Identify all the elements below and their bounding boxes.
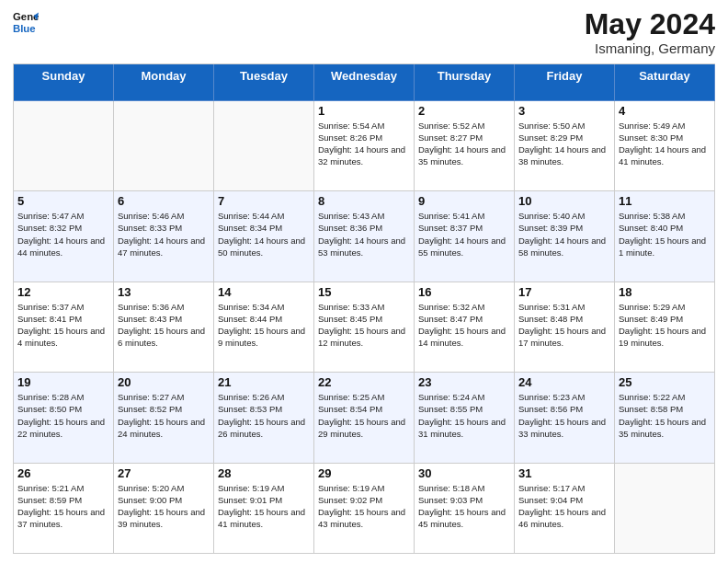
day-cell-22: 22Sunrise: 5:25 AM Sunset: 8:54 PM Dayli… (314, 373, 415, 464)
cell-info: Sunrise: 5:49 AM Sunset: 8:30 PM Dayligh… (619, 120, 711, 168)
cal-grid: SundayMondayTuesdayWednesdayThursdayFrid… (13, 63, 715, 554)
cell-info: Sunrise: 5:22 AM Sunset: 8:58 PM Dayligh… (619, 391, 711, 440)
cell-date: 23 (418, 375, 510, 389)
cell-date: 20 (118, 375, 210, 389)
day-header-wednesday: Wednesday (314, 64, 415, 101)
day-cell-15: 15Sunrise: 5:33 AM Sunset: 8:45 PM Dayli… (314, 282, 415, 373)
day-cell-5: 5Sunrise: 5:47 AM Sunset: 8:32 PM Daylig… (14, 191, 114, 282)
month-title: May 2024 (585, 9, 715, 39)
cell-info: Sunrise: 5:26 AM Sunset: 8:53 PM Dayligh… (218, 391, 310, 440)
day-cell-27: 27Sunrise: 5:20 AM Sunset: 9:00 PM Dayli… (114, 464, 214, 555)
day-cell-10: 10Sunrise: 5:40 AM Sunset: 8:39 PM Dayli… (515, 191, 615, 282)
day-cell-20: 20Sunrise: 5:27 AM Sunset: 8:52 PM Dayli… (114, 373, 214, 464)
cell-date: 8 (318, 194, 410, 208)
day-cell-9: 9Sunrise: 5:41 AM Sunset: 8:37 PM Daylig… (415, 191, 515, 282)
cell-info: Sunrise: 5:19 AM Sunset: 9:01 PM Dayligh… (218, 482, 310, 531)
logo-icon: General Blue (13, 9, 39, 35)
cell-date: 9 (418, 194, 510, 208)
day-cell-30: 30Sunrise: 5:18 AM Sunset: 9:03 PM Dayli… (415, 464, 515, 555)
day-cell-3: 3Sunrise: 5:50 AM Sunset: 8:29 PM Daylig… (515, 101, 615, 192)
day-cell-25: 25Sunrise: 5:22 AM Sunset: 8:58 PM Dayli… (615, 373, 715, 464)
cell-date: 5 (17, 194, 109, 208)
cell-info: Sunrise: 5:43 AM Sunset: 8:36 PM Dayligh… (318, 210, 410, 259)
cell-date: 3 (518, 104, 610, 118)
cell-date: 31 (518, 466, 610, 480)
cell-date: 14 (218, 285, 310, 299)
day-header-saturday: Saturday (615, 64, 715, 101)
cell-info: Sunrise: 5:41 AM Sunset: 8:37 PM Dayligh… (418, 210, 510, 259)
day-cell-21: 21Sunrise: 5:26 AM Sunset: 8:53 PM Dayli… (214, 373, 314, 464)
cell-date: 4 (619, 104, 711, 118)
cell-info: Sunrise: 5:17 AM Sunset: 9:04 PM Dayligh… (518, 482, 610, 531)
day-cell-13: 13Sunrise: 5:36 AM Sunset: 8:43 PM Dayli… (114, 282, 214, 373)
day-cell-6: 6Sunrise: 5:46 AM Sunset: 8:33 PM Daylig… (114, 191, 214, 282)
cell-date: 18 (619, 285, 711, 299)
day-cell-12: 12Sunrise: 5:37 AM Sunset: 8:41 PM Dayli… (14, 282, 114, 373)
cell-date: 12 (17, 285, 109, 299)
cell-info: Sunrise: 5:31 AM Sunset: 8:48 PM Dayligh… (518, 301, 610, 350)
cell-info: Sunrise: 5:38 AM Sunset: 8:40 PM Dayligh… (619, 210, 711, 259)
cell-info: Sunrise: 5:40 AM Sunset: 8:39 PM Dayligh… (518, 210, 610, 259)
cell-info: Sunrise: 5:36 AM Sunset: 8:43 PM Dayligh… (118, 301, 210, 350)
cell-date: 26 (17, 466, 109, 480)
cell-info: Sunrise: 5:19 AM Sunset: 9:02 PM Dayligh… (318, 482, 410, 531)
calendar: SundayMondayTuesdayWednesdayThursdayFrid… (13, 63, 715, 554)
day-cell-17: 17Sunrise: 5:31 AM Sunset: 8:48 PM Dayli… (515, 282, 615, 373)
cell-date: 24 (518, 375, 610, 389)
empty-cell (615, 464, 715, 555)
cell-info: Sunrise: 5:23 AM Sunset: 8:56 PM Dayligh… (518, 391, 610, 440)
cell-info: Sunrise: 5:27 AM Sunset: 8:52 PM Dayligh… (118, 391, 210, 440)
cell-info: Sunrise: 5:34 AM Sunset: 8:44 PM Dayligh… (218, 301, 310, 350)
day-cell-11: 11Sunrise: 5:38 AM Sunset: 8:40 PM Dayli… (615, 191, 715, 282)
day-cell-8: 8Sunrise: 5:43 AM Sunset: 8:36 PM Daylig… (314, 191, 415, 282)
cell-info: Sunrise: 5:46 AM Sunset: 8:33 PM Dayligh… (118, 210, 210, 259)
cell-date: 2 (418, 104, 510, 118)
svg-text:Blue: Blue (13, 23, 36, 34)
day-cell-7: 7Sunrise: 5:44 AM Sunset: 8:34 PM Daylig… (214, 191, 314, 282)
cell-date: 25 (619, 375, 711, 389)
day-cell-23: 23Sunrise: 5:24 AM Sunset: 8:55 PM Dayli… (415, 373, 515, 464)
cell-info: Sunrise: 5:33 AM Sunset: 8:45 PM Dayligh… (318, 301, 410, 350)
cell-info: Sunrise: 5:25 AM Sunset: 8:54 PM Dayligh… (318, 391, 410, 440)
day-cell-26: 26Sunrise: 5:21 AM Sunset: 8:59 PM Dayli… (14, 464, 114, 555)
title-block: May 2024 Ismaning, Germany (585, 9, 715, 56)
empty-cell (214, 101, 314, 192)
day-header-friday: Friday (515, 64, 615, 101)
day-cell-24: 24Sunrise: 5:23 AM Sunset: 8:56 PM Dayli… (515, 373, 615, 464)
day-cell-18: 18Sunrise: 5:29 AM Sunset: 8:49 PM Dayli… (615, 282, 715, 373)
cell-info: Sunrise: 5:54 AM Sunset: 8:26 PM Dayligh… (318, 120, 410, 168)
cell-info: Sunrise: 5:37 AM Sunset: 8:41 PM Dayligh… (17, 301, 109, 350)
day-header-tuesday: Tuesday (214, 64, 314, 101)
cell-info: Sunrise: 5:29 AM Sunset: 8:49 PM Dayligh… (619, 301, 711, 350)
cell-date: 19 (17, 375, 109, 389)
cell-date: 29 (318, 466, 410, 480)
day-cell-14: 14Sunrise: 5:34 AM Sunset: 8:44 PM Dayli… (214, 282, 314, 373)
cell-date: 6 (118, 194, 210, 208)
cell-date: 16 (418, 285, 510, 299)
cell-info: Sunrise: 5:52 AM Sunset: 8:27 PM Dayligh… (418, 120, 510, 168)
cell-date: 30 (418, 466, 510, 480)
empty-cell (14, 101, 114, 192)
day-cell-31: 31Sunrise: 5:17 AM Sunset: 9:04 PM Dayli… (515, 464, 615, 555)
cell-date: 1 (318, 104, 410, 118)
cell-info: Sunrise: 5:24 AM Sunset: 8:55 PM Dayligh… (418, 391, 510, 440)
cell-info: Sunrise: 5:28 AM Sunset: 8:50 PM Dayligh… (17, 391, 109, 440)
day-header-thursday: Thursday (415, 64, 515, 101)
logo: General Blue (13, 9, 39, 35)
cell-date: 15 (318, 285, 410, 299)
day-cell-1: 1Sunrise: 5:54 AM Sunset: 8:26 PM Daylig… (314, 101, 415, 192)
day-cell-28: 28Sunrise: 5:19 AM Sunset: 9:01 PM Dayli… (214, 464, 314, 555)
day-cell-29: 29Sunrise: 5:19 AM Sunset: 9:02 PM Dayli… (314, 464, 415, 555)
cell-date: 27 (118, 466, 210, 480)
cell-info: Sunrise: 5:47 AM Sunset: 8:32 PM Dayligh… (17, 210, 109, 259)
cell-info: Sunrise: 5:20 AM Sunset: 9:00 PM Dayligh… (118, 482, 210, 531)
cell-date: 11 (619, 194, 711, 208)
location: Ismaning, Germany (585, 40, 715, 56)
cell-date: 10 (518, 194, 610, 208)
day-header-sunday: Sunday (14, 64, 114, 101)
header: General Blue May 2024 Ismaning, Germany (13, 9, 715, 56)
cell-date: 7 (218, 194, 310, 208)
empty-cell (114, 101, 214, 192)
cell-date: 13 (118, 285, 210, 299)
day-cell-19: 19Sunrise: 5:28 AM Sunset: 8:50 PM Dayli… (14, 373, 114, 464)
